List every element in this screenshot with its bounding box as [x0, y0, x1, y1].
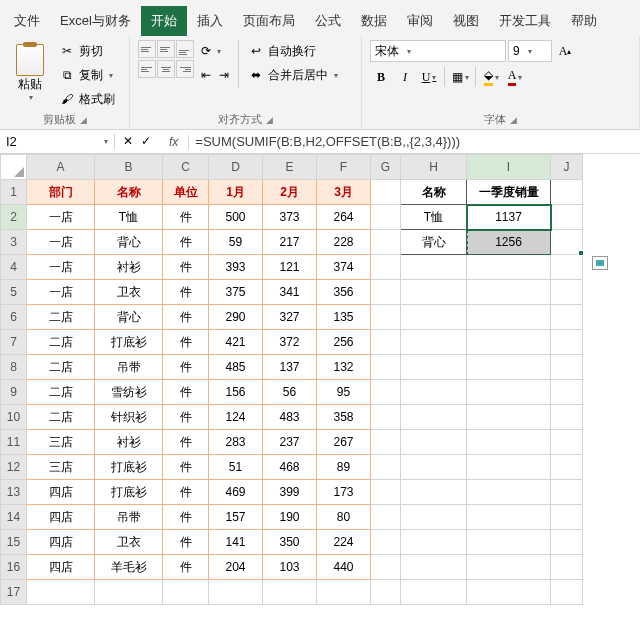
- cell[interactable]: [467, 380, 551, 405]
- cell[interactable]: 80: [317, 505, 371, 530]
- cell[interactable]: [401, 380, 467, 405]
- cell[interactable]: 224: [317, 530, 371, 555]
- horizontal-align-buttons[interactable]: [138, 60, 194, 78]
- cell[interactable]: 468: [263, 455, 317, 480]
- cell[interactable]: [95, 580, 163, 605]
- cell[interactable]: 1256: [467, 230, 551, 255]
- fx-icon[interactable]: fx: [159, 135, 189, 149]
- cell[interactable]: [371, 455, 401, 480]
- copy-button[interactable]: ⧉ 复制 ▾: [56, 64, 118, 86]
- cell[interactable]: [551, 530, 583, 555]
- cell[interactable]: [467, 555, 551, 580]
- chevron-down-icon[interactable]: ▾: [104, 137, 108, 146]
- cell[interactable]: 单位: [163, 180, 209, 205]
- increase-font-button[interactable]: A▴: [554, 40, 576, 62]
- cell[interactable]: 吊带: [95, 355, 163, 380]
- cell[interactable]: 二店: [27, 305, 95, 330]
- cell[interactable]: 打底衫: [95, 330, 163, 355]
- col-head-A[interactable]: A: [27, 155, 95, 180]
- cell[interactable]: 件: [163, 330, 209, 355]
- cell[interactable]: 228: [317, 230, 371, 255]
- cell[interactable]: [401, 555, 467, 580]
- cell[interactable]: 2月: [263, 180, 317, 205]
- cell[interactable]: [371, 405, 401, 430]
- cell[interactable]: [551, 205, 583, 230]
- cell[interactable]: [467, 355, 551, 380]
- row-head-11[interactable]: 11: [1, 430, 27, 455]
- cell[interactable]: [401, 455, 467, 480]
- cell[interactable]: [401, 580, 467, 605]
- cell[interactable]: [401, 430, 467, 455]
- cell[interactable]: 399: [263, 480, 317, 505]
- cell[interactable]: 217: [263, 230, 317, 255]
- cell[interactable]: [551, 330, 583, 355]
- cell[interactable]: [467, 330, 551, 355]
- cell[interactable]: [371, 230, 401, 255]
- cell[interactable]: 89: [317, 455, 371, 480]
- cell[interactable]: 141: [209, 530, 263, 555]
- cell[interactable]: [551, 555, 583, 580]
- cell[interactable]: 121: [263, 255, 317, 280]
- cell[interactable]: 名称: [95, 180, 163, 205]
- cell[interactable]: 137: [263, 355, 317, 380]
- cell[interactable]: 雪纺衫: [95, 380, 163, 405]
- cell[interactable]: 485: [209, 355, 263, 380]
- cell[interactable]: 一季度销量: [467, 180, 551, 205]
- row-head-8[interactable]: 8: [1, 355, 27, 380]
- cell[interactable]: 237: [263, 430, 317, 455]
- cell[interactable]: [551, 505, 583, 530]
- row-head-7[interactable]: 7: [1, 330, 27, 355]
- cell[interactable]: [401, 305, 467, 330]
- cell[interactable]: 吊带: [95, 505, 163, 530]
- bold-button[interactable]: B: [370, 66, 392, 88]
- row-head-16[interactable]: 16: [1, 555, 27, 580]
- cell[interactable]: 件: [163, 480, 209, 505]
- cell[interactable]: [371, 480, 401, 505]
- cell[interactable]: [371, 580, 401, 605]
- paste-button[interactable]: 粘贴 ▾: [8, 40, 52, 106]
- cell[interactable]: 204: [209, 555, 263, 580]
- cell[interactable]: [371, 280, 401, 305]
- cell[interactable]: 名称: [401, 180, 467, 205]
- cell[interactable]: [467, 580, 551, 605]
- cell[interactable]: 356: [317, 280, 371, 305]
- menu-开始[interactable]: 开始: [141, 6, 187, 36]
- col-head-D[interactable]: D: [209, 155, 263, 180]
- cell[interactable]: 一店: [27, 280, 95, 305]
- cell[interactable]: 483: [263, 405, 317, 430]
- cell[interactable]: 1137: [467, 205, 551, 230]
- cell[interactable]: 59: [209, 230, 263, 255]
- enter-icon[interactable]: ✓: [141, 134, 151, 149]
- cancel-icon[interactable]: ✕: [123, 134, 133, 149]
- border-button[interactable]: ▦▾: [449, 66, 471, 88]
- cell[interactable]: 件: [163, 305, 209, 330]
- formula-input[interactable]: =SUM(SUMIF(B:B,H2,OFFSET(B:B,,{2,3,4}))): [189, 134, 640, 149]
- col-head-B[interactable]: B: [95, 155, 163, 180]
- cell[interactable]: 350: [263, 530, 317, 555]
- row-head-3[interactable]: 3: [1, 230, 27, 255]
- italic-button[interactable]: I: [394, 66, 416, 88]
- autofill-options-button[interactable]: [592, 256, 608, 270]
- menu-审阅[interactable]: 审阅: [397, 6, 443, 36]
- cell[interactable]: [401, 480, 467, 505]
- cell[interactable]: 件: [163, 555, 209, 580]
- row-head-4[interactable]: 4: [1, 255, 27, 280]
- dialog-launcher-icon[interactable]: ◢: [80, 115, 87, 125]
- format-painter-button[interactable]: 🖌 格式刷: [56, 88, 118, 110]
- row-head-5[interactable]: 5: [1, 280, 27, 305]
- name-box[interactable]: I2 ▾: [0, 134, 115, 149]
- cell[interactable]: [317, 580, 371, 605]
- cell[interactable]: 四店: [27, 555, 95, 580]
- cell[interactable]: 二店: [27, 330, 95, 355]
- cell[interactable]: [467, 405, 551, 430]
- cell[interactable]: [209, 580, 263, 605]
- cell[interactable]: [401, 255, 467, 280]
- cell[interactable]: 103: [263, 555, 317, 580]
- cell[interactable]: 件: [163, 430, 209, 455]
- cell[interactable]: 283: [209, 430, 263, 455]
- cell[interactable]: 针织衫: [95, 405, 163, 430]
- row-head-17[interactable]: 17: [1, 580, 27, 605]
- cell[interactable]: 四店: [27, 480, 95, 505]
- menu-页面布局[interactable]: 页面布局: [233, 6, 305, 36]
- cell[interactable]: [467, 530, 551, 555]
